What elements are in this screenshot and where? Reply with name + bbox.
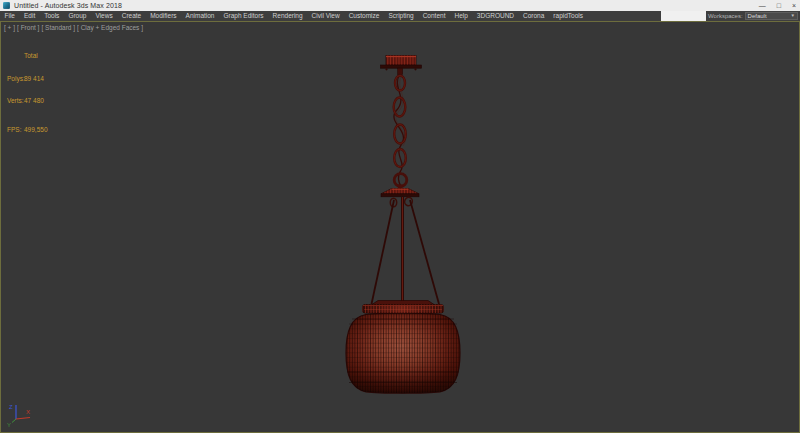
menu-tools[interactable]: Tools [40, 11, 64, 21]
stats-total: Total [7, 52, 48, 60]
viewport-menu-shading[interactable]: [ Clay + Edged Faces ] [77, 24, 143, 31]
workspaces-dropdown[interactable]: Default ▼ [745, 12, 798, 20]
menubar: File Edit Tools Group Views Create Modif… [0, 11, 661, 21]
lamp-ceiling-canopy [381, 56, 422, 75]
menu-rendering[interactable]: Rendering [268, 11, 307, 21]
menu-edit[interactable]: Edit [19, 11, 39, 21]
menu-help[interactable]: Help [450, 11, 472, 21]
workspaces-toolbar: Workspaces: Default ▼ [706, 11, 800, 21]
stats-polys-value: 89 414 [24, 75, 44, 83]
menu-views[interactable]: Views [91, 11, 117, 21]
viewport-menu-renderer[interactable]: [ Standard ] [41, 24, 75, 31]
axis-x-label: X [26, 409, 30, 415]
lamp-body [346, 313, 460, 393]
lamp-hanger-disc [381, 185, 419, 197]
viewport-statistics: Total Polys: 89 414 Verts: 47 480 FPS: 4… [7, 37, 48, 148]
lamp-model-canvas[interactable] [1, 22, 799, 432]
viewport-menu-general[interactable]: [ + ] [4, 24, 15, 31]
lamp-lid [363, 301, 444, 314]
window-title: Untitled - Autodesk 3ds Max 2018 [14, 2, 122, 9]
menu-corona[interactable]: Corona [519, 11, 549, 21]
menu-content[interactable]: Content [418, 11, 450, 21]
menu-create[interactable]: Create [117, 11, 146, 21]
stats-verts-value: 47 480 [24, 97, 44, 105]
world-axis-gizmo: Z X Y [6, 398, 38, 428]
menu-modifiers[interactable]: Modifiers [146, 11, 181, 21]
menu-file[interactable]: File [0, 11, 19, 21]
viewport-front[interactable]: [ + ] [ Front ] [ Standard ] [ Clay + Ed… [0, 21, 800, 433]
workspaces-selected: Default [748, 13, 767, 19]
stats-polys: Polys: 89 414 [7, 75, 48, 83]
workspaces-label: Workspaces: [708, 13, 743, 19]
app-icon-3dsmax [3, 2, 10, 9]
menu-group[interactable]: Group [64, 11, 91, 21]
lamp-chain [394, 76, 407, 187]
stats-fps: FPS: 499,550 [7, 126, 48, 134]
minimize-button[interactable]: — [759, 0, 766, 11]
close-button[interactable]: × [792, 0, 796, 11]
menu-3dground[interactable]: 3DGROUND [472, 11, 518, 21]
maximize-button[interactable]: □ [777, 0, 781, 11]
lamp-rods [372, 197, 440, 304]
menubar-gap [661, 11, 706, 21]
stats-fps-value: 499,550 [24, 126, 48, 134]
lamp-model[interactable] [346, 56, 460, 394]
menu-customize[interactable]: Customize [344, 11, 384, 21]
menu-row: File Edit Tools Group Views Create Modif… [0, 11, 800, 21]
stats-verts: Verts: 47 480 [7, 97, 48, 105]
menu-rapidtools[interactable]: rapidTools [549, 11, 588, 21]
chevron-down-icon: ▼ [791, 12, 795, 20]
menu-civil-view[interactable]: Civil View [307, 11, 344, 21]
axis-z-label: Z [9, 404, 13, 410]
menu-animation[interactable]: Animation [181, 11, 219, 21]
axis-y-label: Y [7, 422, 11, 428]
menu-graph-editors[interactable]: Graph Editors [219, 11, 268, 21]
viewport-menu-pov[interactable]: [ Front ] [17, 24, 39, 31]
menu-scripting[interactable]: Scripting [384, 11, 418, 21]
viewport-label: [ + ] [ Front ] [ Standard ] [ Clay + Ed… [4, 24, 143, 31]
window-titlebar: Untitled - Autodesk 3ds Max 2018 — □ × [0, 0, 800, 11]
